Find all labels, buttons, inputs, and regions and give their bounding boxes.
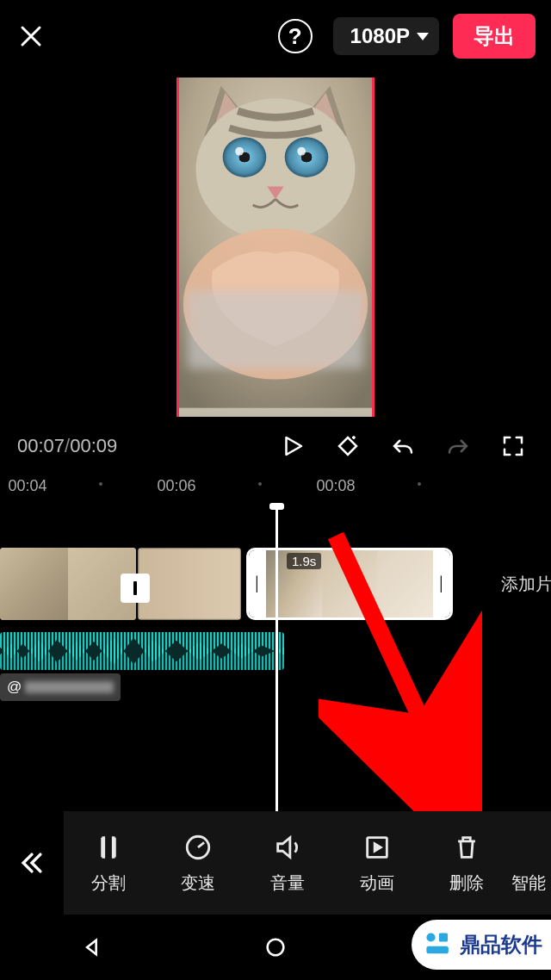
animation-icon	[362, 833, 392, 862]
svg-point-5	[297, 147, 306, 156]
svg-point-10	[268, 940, 284, 956]
total-time: 00:09	[70, 435, 117, 457]
playhead[interactable]	[276, 505, 278, 832]
svg-point-3	[285, 137, 329, 177]
time-ruler[interactable]: 00:04 00:06 00:08	[0, 470, 551, 505]
speed-icon	[183, 833, 213, 862]
svg-rect-14	[426, 946, 449, 954]
watermark-text: 鼎品软件	[460, 931, 542, 958]
help-button[interactable]: ?	[278, 19, 313, 53]
play-button[interactable]	[272, 425, 313, 467]
ruler-tick: 00:06	[157, 477, 195, 495]
trash-icon	[452, 833, 481, 862]
toolbar-collapse-button[interactable]	[0, 811, 64, 915]
svg-point-12	[426, 933, 435, 941]
add-clip-area: 添加片	[501, 548, 551, 620]
volume-icon	[273, 833, 302, 862]
preview-area	[0, 72, 551, 422]
chevron-down-icon	[417, 33, 429, 40]
export-button[interactable]: 导出	[453, 14, 536, 59]
triangle-left-icon	[80, 935, 104, 959]
keyframe-add-icon	[335, 433, 361, 459]
tool-volume[interactable]: 音量	[243, 832, 332, 895]
edit-toolbar: 分割 变速 音量 动画 删除 智能	[0, 811, 551, 915]
svg-rect-13	[439, 933, 448, 941]
editor-header: ? 1080P 导出	[0, 0, 551, 72]
ruler-tick: 00:08	[316, 477, 355, 495]
video-clip[interactable]	[138, 548, 241, 620]
video-clip[interactable]	[0, 548, 136, 620]
preview-frame[interactable]	[176, 78, 375, 417]
watermark-logo-icon	[424, 930, 453, 959]
ruler-tick: 00:04	[8, 477, 46, 495]
tool-delete[interactable]: 删除	[422, 832, 511, 895]
resolution-select[interactable]: 1080P	[333, 17, 439, 55]
author-chip[interactable]: @	[0, 673, 121, 701]
play-icon	[280, 433, 306, 459]
split-icon	[94, 833, 123, 862]
close-icon	[18, 23, 44, 49]
transition-marker[interactable]	[121, 574, 150, 603]
watermark-pill: 鼎品软件	[412, 920, 551, 970]
fullscreen-icon	[500, 433, 526, 459]
clip-duration-badge: 1.9s	[287, 553, 321, 569]
clip-trim-handle-right[interactable]: │	[433, 550, 450, 617]
nav-home-button[interactable]	[258, 930, 293, 964]
tool-speed[interactable]: 变速	[153, 832, 243, 895]
redo-icon	[445, 433, 471, 459]
tool-animation[interactable]: 动画	[332, 832, 422, 895]
tool-split[interactable]: 分割	[64, 832, 153, 895]
chevrons-left-icon	[17, 848, 46, 878]
playback-bar: 00:07/00:09	[0, 422, 551, 470]
undo-button[interactable]	[382, 425, 424, 467]
clip-trim-handle-left[interactable]: │	[249, 550, 266, 617]
undo-icon	[390, 433, 416, 459]
add-clip-label: 添加片	[501, 573, 551, 596]
svg-point-4	[235, 147, 244, 156]
circle-icon	[263, 935, 288, 959]
close-button[interactable]	[15, 21, 46, 52]
svg-point-2	[223, 137, 267, 177]
timeline[interactable]: │ 1.9s │ 添加片 @	[0, 505, 551, 789]
fullscreen-button[interactable]	[492, 425, 534, 467]
tool-smart[interactable]: 智能	[511, 832, 546, 895]
help-icon: ?	[288, 23, 302, 50]
nav-back-button[interactable]	[75, 930, 109, 964]
keyframe-button[interactable]	[327, 425, 368, 467]
audio-track[interactable]	[0, 632, 284, 670]
resolution-label: 1080P	[350, 24, 410, 48]
current-time: 00:07	[17, 435, 65, 457]
redo-button[interactable]	[437, 425, 479, 467]
